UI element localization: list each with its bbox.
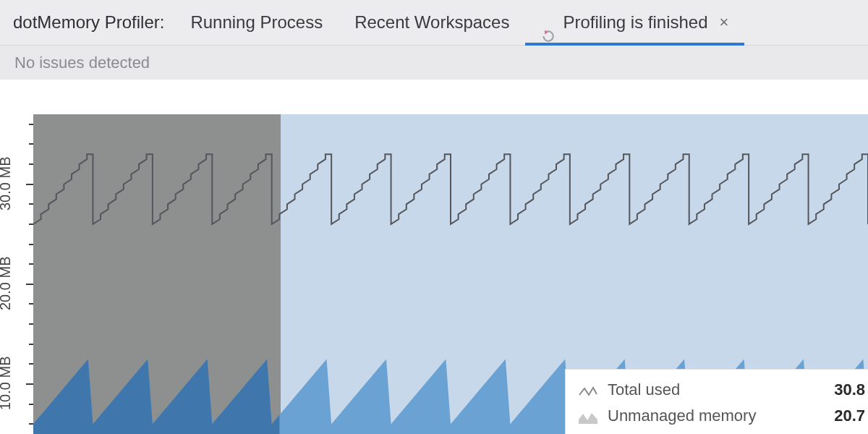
- profiler-topbar: dotMemory Profiler: Running Process Rece…: [0, 0, 868, 46]
- legend-panel: Total used30.8Unmanaged memory20.7Heap g…: [565, 369, 868, 434]
- tab-label: Recent Workspaces: [354, 0, 509, 45]
- y-axis: 10.0 MB20.0 MB30.0 MB: [0, 114, 33, 434]
- tab-recent-workspaces[interactable]: Recent Workspaces: [339, 0, 525, 45]
- tab-running-process[interactable]: Running Process: [174, 0, 339, 45]
- profiler-title: dotMemory Profiler:: [13, 12, 164, 33]
- status-bar: No issues detected: [0, 46, 868, 81]
- legend-value: 20.7: [833, 407, 868, 425]
- y-tick: [26, 184, 33, 185]
- y-tick: [26, 284, 33, 285]
- area-grey-icon: [579, 409, 597, 422]
- series-total-used: [33, 154, 868, 224]
- line-icon: [579, 383, 597, 396]
- legend-row[interactable]: Heap generation 04.4: [579, 429, 868, 434]
- y-tick-label: 30.0 MB: [0, 156, 14, 210]
- legend-label: Unmanaged memory: [608, 407, 833, 425]
- legend-label: Total used: [608, 380, 833, 399]
- y-tick-label: 20.0 MB: [0, 256, 14, 310]
- refresh-icon: [541, 15, 556, 30]
- tab-profiling-finished[interactable]: Profiling is finished ×: [525, 0, 744, 45]
- legend-row[interactable]: Unmanaged memory20.7: [579, 403, 868, 429]
- close-icon[interactable]: ×: [720, 0, 729, 45]
- status-message: No issues detected: [14, 54, 150, 72]
- svg-marker-0: [579, 413, 597, 424]
- tab-label: Running Process: [190, 0, 323, 45]
- tab-label: Profiling is finished: [563, 0, 707, 45]
- y-tick: [26, 383, 33, 385]
- legend-row[interactable]: Total used30.8: [579, 377, 868, 403]
- y-tick-label: 10.0 MB: [0, 356, 14, 409]
- legend-value: 30.8: [833, 380, 868, 399]
- memory-timeline-chart[interactable]: 10.0 MB20.0 MB30.0 MB Total used30.8Unma…: [0, 80, 868, 434]
